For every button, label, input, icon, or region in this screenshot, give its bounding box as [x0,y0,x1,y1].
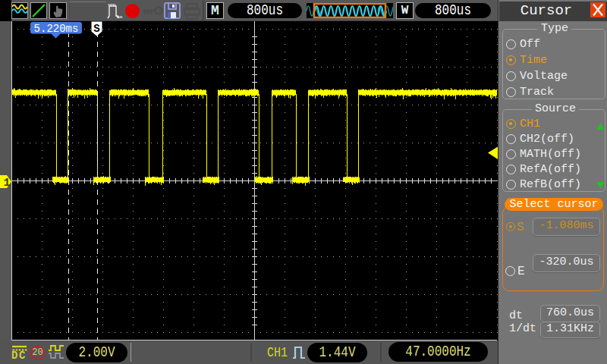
svg-text:1: 1 [4,177,11,190]
svg-text:S: S [93,23,99,35]
svg-text:5.220ms: 5.220ms [34,23,79,35]
